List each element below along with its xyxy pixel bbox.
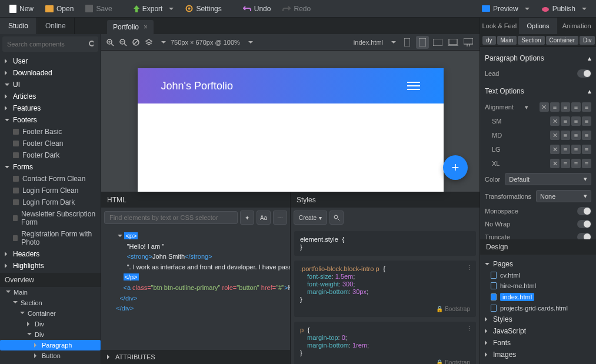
tree-item[interactable]: Forms	[0, 161, 101, 173]
current-file-label[interactable]: index.html	[354, 39, 383, 46]
tree-item[interactable]: Downloaded	[0, 67, 101, 79]
tree-item[interactable]: Footers	[0, 114, 101, 126]
overview-item[interactable]: Button	[0, 350, 101, 361]
crumb-section[interactable]: Section	[518, 36, 544, 45]
device-desktop-icon[interactable]	[462, 36, 475, 49]
style-block-element[interactable]: element.style {}	[294, 231, 476, 256]
svg-point-7	[89, 41, 94, 46]
color-select[interactable]: Default▾	[505, 173, 591, 185]
html-search-input[interactable]	[104, 211, 238, 224]
transformations-select[interactable]: None▾	[536, 190, 591, 202]
file-item[interactable]: cv.html	[480, 270, 596, 280]
tree-item[interactable]: UI	[0, 79, 101, 91]
redo-button[interactable]: Redo	[278, 2, 315, 15]
overview-item[interactable]: Paragraph	[0, 340, 101, 350]
export-button[interactable]: Export	[129, 2, 179, 15]
tree-item[interactable]: Articles	[0, 91, 101, 102]
new-button[interactable]: New	[5, 2, 38, 15]
style-block-portfolio[interactable]: ⋮ .portfolio-block.block-intro p { font-…	[294, 261, 476, 317]
stage[interactable]: John's Porftolio	[138, 68, 444, 192]
zoom-in-icon[interactable]	[106, 38, 114, 46]
monospace-toggle[interactable]	[577, 207, 591, 215]
html-code[interactable]: <p> "Hello! I am " <strong>John Smith</s…	[101, 228, 290, 350]
alignment-buttons-lg[interactable]: ✕≡≡≡	[550, 145, 591, 154]
fab-add-button[interactable]: +	[443, 155, 468, 180]
overview-item[interactable]: Div	[0, 329, 101, 340]
tree-item[interactable]: Footer Basic	[0, 126, 101, 138]
design-section-images[interactable]: Images	[480, 349, 596, 360]
tree-item[interactable]: Registration Form with Photo	[0, 228, 101, 248]
tab-animation[interactable]: Animation	[557, 18, 596, 34]
eyedropper-icon[interactable]	[132, 38, 140, 46]
attributes-header[interactable]: ATTRIBUTES	[101, 350, 290, 364]
design-section-fonts[interactable]: Fonts	[480, 337, 596, 349]
undo-button[interactable]: Undo	[238, 2, 276, 15]
save-button[interactable]: Save	[81, 2, 116, 15]
lead-toggle[interactable]	[577, 69, 591, 78]
preview-button[interactable]: Preview	[477, 2, 534, 15]
overview-item[interactable]: Div	[0, 319, 101, 329]
device-laptop-icon[interactable]	[447, 36, 460, 49]
collapse-icon[interactable]: ▴	[588, 54, 591, 62]
alignment-buttons-xl[interactable]: ✕≡≡≡	[550, 159, 591, 168]
style-block-p[interactable]: ⋮ p { margin-top: 0; margin-bottom: 1rem…	[294, 322, 476, 364]
canvas[interactable]: John's Porftolio +	[101, 51, 480, 192]
open-button[interactable]: Open	[41, 2, 78, 15]
tree-item[interactable]: Footer Clean	[0, 138, 101, 149]
truncate-toggle[interactable]	[577, 233, 591, 239]
styles-body[interactable]: element.style {} ⋮ .portfolio-block.bloc…	[291, 228, 480, 364]
more-icon[interactable]: ⋮	[466, 264, 472, 272]
layers-icon[interactable]	[145, 38, 153, 46]
wand-icon[interactable]: ✦	[240, 211, 254, 225]
tree-item[interactable]: Footer Dark	[0, 149, 101, 161]
overview-item[interactable]: Section	[0, 298, 101, 308]
overview-item[interactable]: Section	[0, 361, 101, 364]
file-item[interactable]: projects-grid-cards.html	[480, 303, 596, 313]
overview-item[interactable]: Container	[0, 308, 101, 319]
tree-item[interactable]: Login Form Clean	[0, 185, 101, 196]
nowrap-toggle[interactable]	[577, 220, 591, 228]
alignment-buttons[interactable]: ✕≡≡≡≡	[540, 102, 591, 112]
crumb-div[interactable]: Div	[580, 36, 595, 45]
device-tablet-icon[interactable]	[416, 36, 429, 49]
alignment-buttons-md[interactable]: ✕≡≡≡	[550, 131, 591, 140]
overview-item[interactable]: Main	[0, 287, 101, 298]
tree-item[interactable]: Highlights	[0, 260, 101, 272]
hamburger-icon[interactable]	[407, 82, 420, 90]
crumb-body[interactable]: dy	[482, 36, 496, 45]
tab-options[interactable]: Options	[519, 18, 558, 34]
tree-item[interactable]: Headers	[0, 248, 101, 260]
file-item[interactable]: hire-me.html	[480, 280, 596, 291]
tree-item[interactable]: Newsletter Subscription Form	[0, 208, 101, 228]
tab-online[interactable]: Online	[37, 18, 75, 34]
search-input[interactable]	[7, 41, 88, 48]
device-tablet-wide-icon[interactable]	[431, 36, 444, 49]
zoom-out-icon[interactable]	[119, 38, 127, 46]
publish-button[interactable]: Publish	[537, 2, 591, 15]
create-style-button[interactable]: Create ▾	[294, 211, 327, 225]
close-icon[interactable]: ×	[144, 23, 148, 31]
style-search-icon[interactable]	[329, 211, 344, 225]
file-item[interactable]: index.html	[480, 291, 596, 303]
tree-item[interactable]: Features	[0, 102, 101, 114]
component-search[interactable]	[2, 36, 98, 52]
design-section-styles[interactable]: Styles	[480, 313, 596, 325]
design-section-pages[interactable]: Pages	[480, 258, 596, 270]
crumb-main[interactable]: Main	[497, 36, 517, 45]
overview-header: Overview	[0, 273, 101, 287]
tab-look-feel[interactable]: Look & Feel	[480, 18, 519, 34]
more-icon[interactable]: ⋮	[466, 325, 472, 333]
tree-item[interactable]: Contact Form Clean	[0, 173, 101, 185]
tree-item[interactable]: User	[0, 55, 101, 67]
alignment-buttons-sm[interactable]: ✕≡≡≡	[550, 116, 591, 126]
tree-item[interactable]: Login Form Dark	[0, 196, 101, 208]
settings-button[interactable]: Settings	[181, 2, 226, 15]
case-toggle[interactable]: Aa	[257, 211, 271, 225]
tab-studio[interactable]: Studio	[0, 18, 37, 34]
design-section-javascript[interactable]: JavaScript	[480, 325, 596, 337]
collapse-icon[interactable]: ▴	[588, 87, 591, 95]
device-phone-icon[interactable]	[401, 36, 414, 49]
file-tab-portfolio[interactable]: Portfolio×	[107, 20, 154, 34]
html-options-icon[interactable]: ⋯	[273, 211, 287, 225]
crumb-container[interactable]: Container	[546, 36, 578, 45]
